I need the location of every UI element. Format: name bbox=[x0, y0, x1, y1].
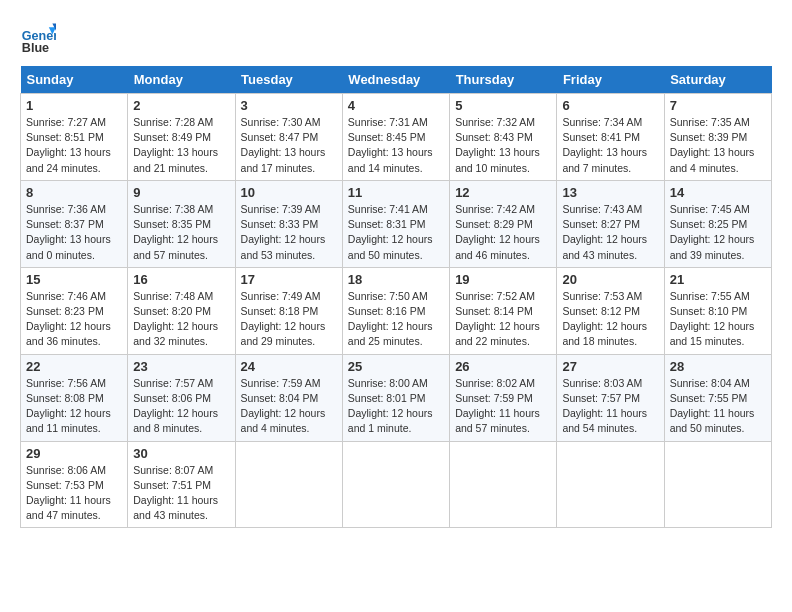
day-number: 1 bbox=[26, 98, 122, 113]
day-number: 12 bbox=[455, 185, 551, 200]
day-info: Sunrise: 7:50 AM Sunset: 8:16 PM Dayligh… bbox=[348, 289, 444, 350]
calendar-cell: 1Sunrise: 7:27 AM Sunset: 8:51 PM Daylig… bbox=[21, 94, 128, 181]
day-number: 13 bbox=[562, 185, 658, 200]
day-info: Sunrise: 7:57 AM Sunset: 8:06 PM Dayligh… bbox=[133, 376, 229, 437]
header-cell-saturday: Saturday bbox=[664, 66, 771, 94]
day-number: 23 bbox=[133, 359, 229, 374]
calendar-cell: 2Sunrise: 7:28 AM Sunset: 8:49 PM Daylig… bbox=[128, 94, 235, 181]
calendar-table: SundayMondayTuesdayWednesdayThursdayFrid… bbox=[20, 66, 772, 528]
calendar-cell: 19Sunrise: 7:52 AM Sunset: 8:14 PM Dayli… bbox=[450, 267, 557, 354]
day-number: 9 bbox=[133, 185, 229, 200]
calendar-cell: 9Sunrise: 7:38 AM Sunset: 8:35 PM Daylig… bbox=[128, 180, 235, 267]
calendar-cell: 18Sunrise: 7:50 AM Sunset: 8:16 PM Dayli… bbox=[342, 267, 449, 354]
day-info: Sunrise: 7:59 AM Sunset: 8:04 PM Dayligh… bbox=[241, 376, 337, 437]
day-number: 6 bbox=[562, 98, 658, 113]
day-number: 26 bbox=[455, 359, 551, 374]
day-info: Sunrise: 7:42 AM Sunset: 8:29 PM Dayligh… bbox=[455, 202, 551, 263]
calendar-cell: 13Sunrise: 7:43 AM Sunset: 8:27 PM Dayli… bbox=[557, 180, 664, 267]
header-cell-friday: Friday bbox=[557, 66, 664, 94]
calendar-row-4: 29Sunrise: 8:06 AM Sunset: 7:53 PM Dayli… bbox=[21, 441, 772, 528]
calendar-cell bbox=[450, 441, 557, 528]
calendar-cell bbox=[557, 441, 664, 528]
day-number: 25 bbox=[348, 359, 444, 374]
day-info: Sunrise: 8:00 AM Sunset: 8:01 PM Dayligh… bbox=[348, 376, 444, 437]
day-info: Sunrise: 7:43 AM Sunset: 8:27 PM Dayligh… bbox=[562, 202, 658, 263]
calendar-cell: 25Sunrise: 8:00 AM Sunset: 8:01 PM Dayli… bbox=[342, 354, 449, 441]
calendar-cell: 15Sunrise: 7:46 AM Sunset: 8:23 PM Dayli… bbox=[21, 267, 128, 354]
page-header: General Blue bbox=[20, 20, 772, 56]
day-info: Sunrise: 7:52 AM Sunset: 8:14 PM Dayligh… bbox=[455, 289, 551, 350]
day-info: Sunrise: 7:30 AM Sunset: 8:47 PM Dayligh… bbox=[241, 115, 337, 176]
svg-text:Blue: Blue bbox=[22, 41, 49, 55]
day-number: 19 bbox=[455, 272, 551, 287]
day-number: 20 bbox=[562, 272, 658, 287]
day-info: Sunrise: 8:06 AM Sunset: 7:53 PM Dayligh… bbox=[26, 463, 122, 524]
calendar-cell bbox=[235, 441, 342, 528]
day-number: 16 bbox=[133, 272, 229, 287]
calendar-cell: 20Sunrise: 7:53 AM Sunset: 8:12 PM Dayli… bbox=[557, 267, 664, 354]
calendar-cell: 23Sunrise: 7:57 AM Sunset: 8:06 PM Dayli… bbox=[128, 354, 235, 441]
day-number: 29 bbox=[26, 446, 122, 461]
day-info: Sunrise: 7:45 AM Sunset: 8:25 PM Dayligh… bbox=[670, 202, 766, 263]
day-number: 21 bbox=[670, 272, 766, 287]
calendar-cell: 26Sunrise: 8:02 AM Sunset: 7:59 PM Dayli… bbox=[450, 354, 557, 441]
day-info: Sunrise: 7:35 AM Sunset: 8:39 PM Dayligh… bbox=[670, 115, 766, 176]
day-number: 3 bbox=[241, 98, 337, 113]
day-number: 2 bbox=[133, 98, 229, 113]
calendar-cell: 5Sunrise: 7:32 AM Sunset: 8:43 PM Daylig… bbox=[450, 94, 557, 181]
day-number: 24 bbox=[241, 359, 337, 374]
header-cell-sunday: Sunday bbox=[21, 66, 128, 94]
day-info: Sunrise: 8:07 AM Sunset: 7:51 PM Dayligh… bbox=[133, 463, 229, 524]
calendar-cell: 24Sunrise: 7:59 AM Sunset: 8:04 PM Dayli… bbox=[235, 354, 342, 441]
calendar-cell: 16Sunrise: 7:48 AM Sunset: 8:20 PM Dayli… bbox=[128, 267, 235, 354]
calendar-cell: 29Sunrise: 8:06 AM Sunset: 7:53 PM Dayli… bbox=[21, 441, 128, 528]
calendar-cell: 7Sunrise: 7:35 AM Sunset: 8:39 PM Daylig… bbox=[664, 94, 771, 181]
day-number: 15 bbox=[26, 272, 122, 287]
calendar-row-1: 8Sunrise: 7:36 AM Sunset: 8:37 PM Daylig… bbox=[21, 180, 772, 267]
day-number: 27 bbox=[562, 359, 658, 374]
day-number: 4 bbox=[348, 98, 444, 113]
day-number: 11 bbox=[348, 185, 444, 200]
day-number: 17 bbox=[241, 272, 337, 287]
calendar-cell: 28Sunrise: 8:04 AM Sunset: 7:55 PM Dayli… bbox=[664, 354, 771, 441]
day-info: Sunrise: 7:46 AM Sunset: 8:23 PM Dayligh… bbox=[26, 289, 122, 350]
calendar-cell: 10Sunrise: 7:39 AM Sunset: 8:33 PM Dayli… bbox=[235, 180, 342, 267]
day-info: Sunrise: 7:53 AM Sunset: 8:12 PM Dayligh… bbox=[562, 289, 658, 350]
day-number: 8 bbox=[26, 185, 122, 200]
day-info: Sunrise: 7:31 AM Sunset: 8:45 PM Dayligh… bbox=[348, 115, 444, 176]
logo: General Blue bbox=[20, 20, 60, 56]
day-number: 18 bbox=[348, 272, 444, 287]
calendar-cell: 4Sunrise: 7:31 AM Sunset: 8:45 PM Daylig… bbox=[342, 94, 449, 181]
day-info: Sunrise: 7:48 AM Sunset: 8:20 PM Dayligh… bbox=[133, 289, 229, 350]
day-info: Sunrise: 7:27 AM Sunset: 8:51 PM Dayligh… bbox=[26, 115, 122, 176]
day-info: Sunrise: 7:49 AM Sunset: 8:18 PM Dayligh… bbox=[241, 289, 337, 350]
day-number: 22 bbox=[26, 359, 122, 374]
header-row: SundayMondayTuesdayWednesdayThursdayFrid… bbox=[21, 66, 772, 94]
calendar-cell: 17Sunrise: 7:49 AM Sunset: 8:18 PM Dayli… bbox=[235, 267, 342, 354]
day-info: Sunrise: 7:56 AM Sunset: 8:08 PM Dayligh… bbox=[26, 376, 122, 437]
calendar-row-2: 15Sunrise: 7:46 AM Sunset: 8:23 PM Dayli… bbox=[21, 267, 772, 354]
calendar-header: SundayMondayTuesdayWednesdayThursdayFrid… bbox=[21, 66, 772, 94]
calendar-cell: 21Sunrise: 7:55 AM Sunset: 8:10 PM Dayli… bbox=[664, 267, 771, 354]
calendar-body: 1Sunrise: 7:27 AM Sunset: 8:51 PM Daylig… bbox=[21, 94, 772, 528]
day-info: Sunrise: 7:28 AM Sunset: 8:49 PM Dayligh… bbox=[133, 115, 229, 176]
day-number: 14 bbox=[670, 185, 766, 200]
day-info: Sunrise: 7:38 AM Sunset: 8:35 PM Dayligh… bbox=[133, 202, 229, 263]
day-info: Sunrise: 7:39 AM Sunset: 8:33 PM Dayligh… bbox=[241, 202, 337, 263]
calendar-cell: 12Sunrise: 7:42 AM Sunset: 8:29 PM Dayli… bbox=[450, 180, 557, 267]
calendar-row-3: 22Sunrise: 7:56 AM Sunset: 8:08 PM Dayli… bbox=[21, 354, 772, 441]
day-number: 30 bbox=[133, 446, 229, 461]
calendar-cell: 8Sunrise: 7:36 AM Sunset: 8:37 PM Daylig… bbox=[21, 180, 128, 267]
day-info: Sunrise: 8:04 AM Sunset: 7:55 PM Dayligh… bbox=[670, 376, 766, 437]
day-info: Sunrise: 7:34 AM Sunset: 8:41 PM Dayligh… bbox=[562, 115, 658, 176]
header-cell-monday: Monday bbox=[128, 66, 235, 94]
day-info: Sunrise: 8:03 AM Sunset: 7:57 PM Dayligh… bbox=[562, 376, 658, 437]
day-info: Sunrise: 7:36 AM Sunset: 8:37 PM Dayligh… bbox=[26, 202, 122, 263]
calendar-cell bbox=[342, 441, 449, 528]
day-number: 28 bbox=[670, 359, 766, 374]
header-cell-wednesday: Wednesday bbox=[342, 66, 449, 94]
day-number: 7 bbox=[670, 98, 766, 113]
calendar-cell: 27Sunrise: 8:03 AM Sunset: 7:57 PM Dayli… bbox=[557, 354, 664, 441]
day-info: Sunrise: 7:55 AM Sunset: 8:10 PM Dayligh… bbox=[670, 289, 766, 350]
logo-icon: General Blue bbox=[20, 20, 56, 56]
